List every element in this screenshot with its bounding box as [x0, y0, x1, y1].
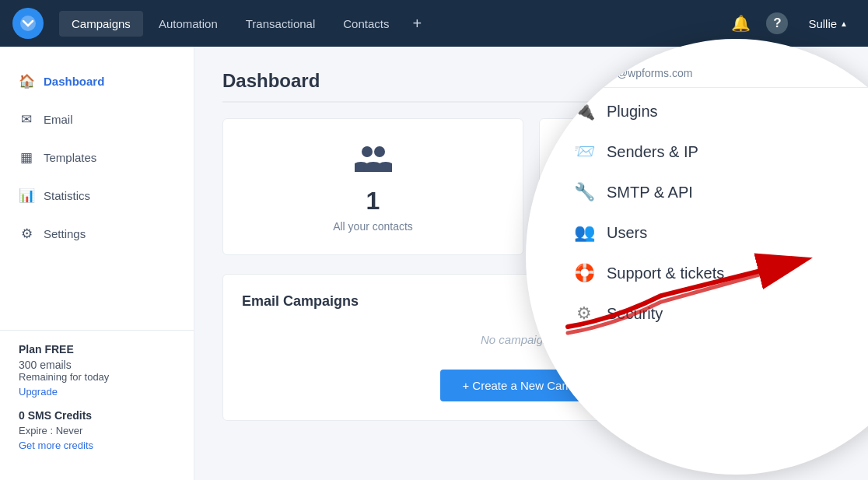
- user-name-label: Sullie: [808, 17, 837, 30]
- svg-point-0: [20, 16, 36, 31]
- contacts-label: All your contacts: [333, 220, 413, 233]
- sidebar-item-dashboard[interactable]: 🏠 Dashboard: [0, 62, 194, 100]
- users-label: Users: [607, 224, 647, 242]
- sidebar-item-statistics[interactable]: 📊 Statistics: [0, 177, 194, 215]
- sidebar: 🏠 Dashboard ✉ Email ▦ Templates 📊 Statis…: [0, 47, 194, 480]
- dropdown-item-senders-ip[interactable]: 📨 Senders & IP: [572, 131, 868, 172]
- sms-section: 0 SMS Credits Expire : Never Get more cr…: [19, 409, 175, 452]
- user-menu-button[interactable]: Sullie ▲: [800, 12, 856, 35]
- plan-title: Plan FREE: [19, 343, 175, 356]
- nav-items: Campaigns Automation Transactional Conta…: [59, 11, 728, 37]
- dropdown-item-users[interactable]: 👥 Users: [572, 212, 868, 253]
- user-menu-caret: ▲: [840, 19, 848, 28]
- sidebar-label-templates: Templates: [44, 151, 96, 164]
- security-icon: ⚙: [572, 303, 596, 324]
- sidebar-item-email[interactable]: ✉ Email: [0, 100, 194, 138]
- plan-remaining: Remaining for today: [19, 371, 175, 383]
- help-icon[interactable]: ?: [766, 12, 788, 34]
- contacts-card: 1 All your contacts: [222, 118, 523, 255]
- dropdown-item-smtp-api[interactable]: 🔧 SMTP & API: [572, 172, 868, 212]
- sidebar-bottom: Plan FREE 300 emails Remaining for today…: [0, 330, 194, 464]
- statistics-icon: 📊: [19, 187, 34, 204]
- nav-plus-button[interactable]: +: [404, 12, 429, 36]
- sidebar-label-dashboard: Dashboard: [44, 75, 104, 88]
- settings-icon: ⚙: [19, 226, 34, 242]
- app-logo[interactable]: [12, 8, 44, 39]
- dropdown-item-security[interactable]: ⚙ Security: [572, 293, 868, 334]
- sidebar-item-settings[interactable]: ⚙ Settings: [0, 215, 194, 253]
- contacts-icon: [355, 141, 392, 179]
- security-label: Security: [607, 305, 663, 323]
- dashboard-icon: 🏠: [19, 73, 34, 89]
- templates-icon: ▦: [19, 149, 34, 166]
- notification-icon[interactable]: 🔔: [728, 11, 754, 36]
- dropdown-item-plugins[interactable]: 🔌 Plugins: [572, 91, 868, 131]
- dropdown-item-support[interactable]: 🛟 Support & tickets: [572, 253, 868, 293]
- sms-expire: Expire : Never: [19, 425, 175, 436]
- sidebar-label-statistics: Statistics: [44, 189, 90, 202]
- support-label: Support & tickets: [607, 265, 724, 282]
- sidebar-item-templates[interactable]: ▦ Templates: [0, 138, 194, 177]
- senders-label: Senders & IP: [607, 143, 698, 161]
- sms-title: 0 SMS Credits: [19, 409, 175, 422]
- smtp-label: SMTP & API: [607, 184, 693, 201]
- users-icon: 👥: [572, 222, 596, 243]
- sidebar-label-settings: Settings: [44, 227, 86, 240]
- svg-point-2: [374, 146, 385, 157]
- nav-transactional[interactable]: Transactional: [233, 11, 328, 37]
- nav-automation[interactable]: Automation: [146, 11, 230, 37]
- email-icon: ✉: [19, 111, 34, 128]
- support-icon: 🛟: [572, 263, 596, 283]
- senders-icon: 📨: [572, 142, 596, 162]
- contacts-number: 1: [366, 187, 380, 215]
- nav-right: 🔔 ? Sullie ▲: [728, 11, 856, 36]
- plan-emails: 300 emails: [19, 359, 175, 371]
- plugins-label: Plugins: [607, 103, 658, 121]
- smtp-icon: 🔧: [572, 182, 596, 202]
- get-credits-link[interactable]: Get more credits: [19, 440, 93, 451]
- nav-campaigns[interactable]: Campaigns: [59, 11, 143, 37]
- upgrade-link[interactable]: Upgrade: [19, 386, 58, 398]
- nav-contacts[interactable]: Contacts: [331, 11, 401, 37]
- svg-point-1: [362, 146, 373, 157]
- sidebar-label-email: Email: [44, 113, 73, 126]
